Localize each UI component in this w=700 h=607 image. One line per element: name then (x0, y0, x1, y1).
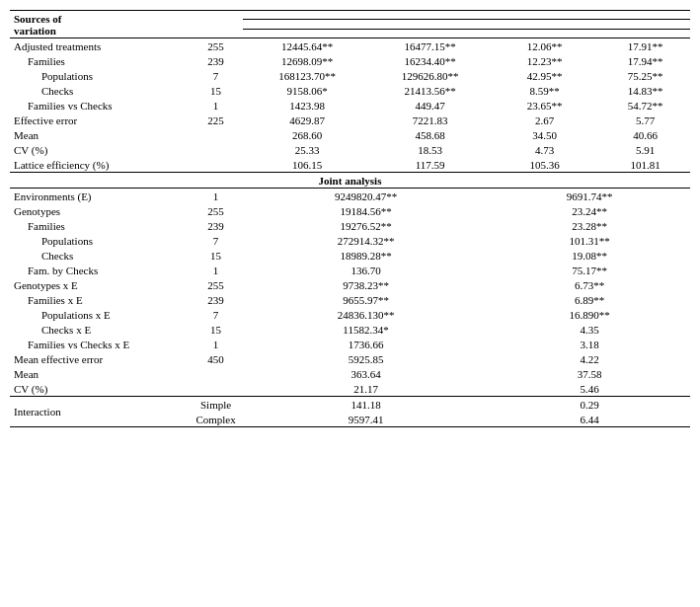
row-label: Fam. by Checks (10, 263, 189, 277)
row-ts: 23.24** (489, 203, 690, 218)
table-row: Families vs Checks x E 1 1736.66 3.18 (10, 337, 690, 351)
row-ts: 3.18 (489, 337, 690, 351)
table-row: Checks 15 18989.28** 19.08** (10, 248, 690, 263)
row-label: Families vs Checks (10, 98, 189, 113)
row-df: 1 (189, 337, 243, 351)
row-ts: 23.28** (489, 218, 690, 233)
table-row: Genotypes 255 19184.56** 23.24** (10, 203, 690, 218)
row-label: Families x E (10, 292, 189, 307)
row-df (189, 381, 243, 397)
row-yw: 18.53 (371, 142, 489, 157)
table-row: Families vs Checks 1 1423.98 449.47 23.6… (10, 98, 690, 113)
table-row: Mean 363.64 37.58 (10, 366, 690, 381)
row-df: 7 (189, 233, 243, 248)
row-ts: 4.22 (489, 351, 690, 366)
row-df: 1 (189, 189, 243, 204)
row-yw: 117.59 (371, 157, 489, 173)
row-label: CV (%) (10, 142, 189, 157)
row-tw: 17.94** (600, 53, 690, 68)
row-df: 1 (189, 98, 243, 113)
row-df (189, 142, 243, 157)
table-row: Populations x E 7 24836.130** 16.890** (10, 307, 690, 322)
tgw-summer-header (489, 29, 600, 38)
table-row: Families 239 19276.52** 23.28** (10, 218, 690, 233)
row-df: 239 (189, 292, 243, 307)
row-label: Checks x E (10, 322, 189, 337)
row-label: Families (10, 218, 189, 233)
row-df (189, 127, 243, 142)
row-ts: 12.06** (489, 38, 600, 54)
row-label: Checks (10, 83, 189, 98)
row-ts: 4.73 (489, 142, 600, 157)
row-label: Lattice efficiency (%) (10, 157, 189, 173)
table-row: Adjusted treatments 255 12445.64** 16477… (10, 38, 690, 54)
row-ys: 1423.98 (243, 98, 371, 113)
tgw-header (489, 20, 690, 29)
row-ys: 9738.23** (243, 277, 489, 292)
yield-winter-header (371, 29, 489, 38)
row-df: 450 (189, 351, 243, 366)
row-tw: 75.25** (600, 68, 690, 83)
row-df: 1 (189, 263, 243, 277)
table-row: Fam. by Checks 1 136.70 75.17** (10, 263, 690, 277)
row-ts: 4.35 (489, 322, 690, 337)
row-label: Mean (10, 127, 189, 142)
row-yw: 21413.56** (371, 83, 489, 98)
row-ys: 25.33 (243, 142, 371, 157)
interaction-label: Interaction (10, 397, 189, 427)
row-label: Mean effective error (10, 351, 189, 366)
table-row: Effective error 225 4629.87 7221.83 2.67… (10, 113, 690, 127)
row-label: Families (10, 53, 189, 68)
row-ys: 268.60 (243, 127, 371, 142)
row-label: Environments (E) (10, 189, 189, 204)
row-label: Populations x E (10, 307, 189, 322)
interaction-row: Interaction Simple 141.18 0.29 (10, 397, 690, 413)
row-ts: 23.65** (489, 98, 600, 113)
row-ys: 272914.32** (243, 233, 489, 248)
row-ts: 101.31** (489, 233, 690, 248)
interaction-type: Complex (189, 412, 243, 427)
row-df: 255 (189, 203, 243, 218)
row-tw: 17.91** (600, 38, 690, 54)
row-label: Mean (10, 366, 189, 381)
row-ys: 4629.87 (243, 113, 371, 127)
row-ts: 2.67 (489, 113, 600, 127)
col-sources: Sources ofvariation (10, 11, 189, 38)
row-tw: 40.66 (600, 127, 690, 142)
table-row: Mean effective error 450 5925.85 4.22 (10, 351, 690, 366)
row-ts: 9691.74** (489, 189, 690, 204)
row-df (189, 366, 243, 381)
row-yw: 16477.15** (371, 38, 489, 54)
row-tw: 5.77 (600, 113, 690, 127)
table-row: Checks 15 9158.06* 21413.56** 8.59** 14.… (10, 83, 690, 98)
row-ys: 106.15 (243, 157, 371, 173)
row-label: CV (%) (10, 381, 189, 397)
stats-table: Sources ofvariation (10, 10, 690, 427)
row-ys: 9249820.47** (243, 189, 489, 204)
row-ts: 75.17** (489, 263, 690, 277)
row-label: Checks (10, 248, 189, 263)
row-ts: 42.95** (489, 68, 600, 83)
col-df (189, 11, 243, 38)
yield-header (243, 20, 489, 29)
row-label: Adjusted treatments (10, 38, 189, 54)
table-row: CV (%) 21.17 5.46 (10, 381, 690, 397)
row-df: 15 (189, 322, 243, 337)
joint-analysis-header: Joint analysis (10, 173, 690, 189)
row-ts: 105.36 (489, 157, 600, 173)
row-df: 239 (189, 218, 243, 233)
table-row: Genotypes x E 255 9738.23** 6.73** (10, 277, 690, 292)
row-ys: 18989.28** (243, 248, 489, 263)
table-row: Families 239 12698.09** 16234.40** 12.23… (10, 53, 690, 68)
row-ys: 9655.97** (243, 292, 489, 307)
row-ts: 6.89** (489, 292, 690, 307)
row-ys: 363.64 (243, 366, 489, 381)
row-label: Genotypes x E (10, 277, 189, 292)
row-tw: 101.81 (600, 157, 690, 173)
table-row: Populations 7 272914.32** 101.31** (10, 233, 690, 248)
table-row: Mean 268.60 458.68 34.50 40.66 (10, 127, 690, 142)
row-df: 15 (189, 83, 243, 98)
row-ys: 21.17 (243, 381, 489, 397)
row-ts: 6.73** (489, 277, 690, 292)
row-ys: 168123.70** (243, 68, 371, 83)
